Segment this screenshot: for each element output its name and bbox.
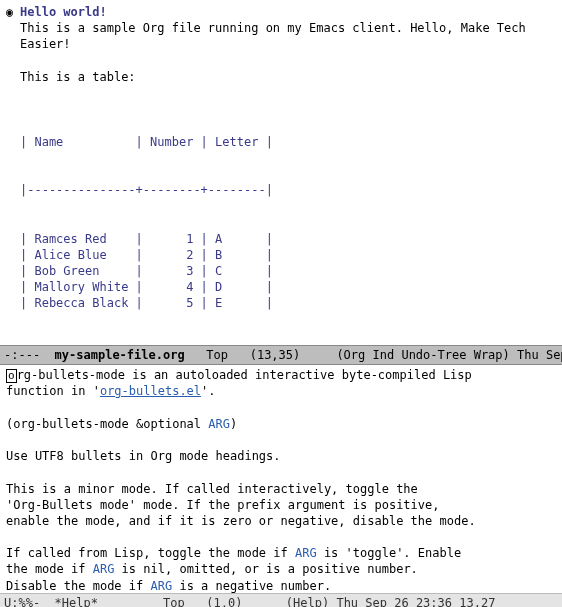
bullet-top-icon: ◉ bbox=[6, 4, 20, 20]
blank-2 bbox=[6, 85, 556, 101]
help-line: function in 'org-bullets.el'. bbox=[6, 383, 556, 399]
arg: ARG bbox=[93, 562, 115, 576]
org-table[interactable]: | Name | Number | Letter | |------------… bbox=[6, 101, 556, 345]
table-separator: |---------------+--------+--------| bbox=[20, 182, 556, 198]
blank bbox=[6, 400, 556, 416]
modeline-position: Top bbox=[163, 596, 185, 607]
table-label: This is a table: bbox=[6, 69, 556, 85]
help-desc: Use UTF8 bullets in Org mode headings. bbox=[6, 448, 556, 464]
help-signature: (org-bullets-mode &optional ARG) bbox=[6, 416, 556, 432]
modeline-position: Top bbox=[206, 348, 228, 362]
modeline-time: Thu Sep 2 bbox=[517, 348, 562, 362]
modeline-active[interactable]: -:--- my-sample-file.org Top (13,35) (Or… bbox=[0, 345, 562, 365]
help-line: 'Org-Bullets mode' mode. If the prefix a… bbox=[6, 497, 556, 513]
buffer-name[interactable]: my-sample-file.org bbox=[55, 348, 185, 362]
modeline-status: U:%%- bbox=[4, 596, 40, 607]
cursor-box-icon: o bbox=[6, 369, 17, 383]
table-row[interactable]: | Rebecca Black | 5 | E | bbox=[20, 295, 556, 311]
modeline-linecol: (1,0) bbox=[206, 596, 242, 607]
arg: ARG bbox=[295, 546, 317, 560]
table-row[interactable]: | Ramces Red | 1 | A | bbox=[20, 231, 556, 247]
help-line: the mode if ARG is nil, omitted, or is a… bbox=[6, 561, 556, 577]
modeline-inactive[interactable]: U:%%- *Help* Top (1,0) (Help) Thu Sep 26… bbox=[0, 593, 562, 607]
help-line: enable the mode, and if it is zero or ne… bbox=[6, 513, 556, 529]
arg: ARG bbox=[151, 579, 173, 593]
help-line: If called from Lisp, toggle the mode if … bbox=[6, 545, 556, 561]
blank bbox=[6, 432, 556, 448]
headline-1-text: Hello world! bbox=[20, 5, 107, 19]
help-line: This is a minor mode. If called interact… bbox=[6, 481, 556, 497]
buffer-name[interactable]: *Help* bbox=[55, 596, 98, 607]
modeline-modes[interactable]: (Help) bbox=[286, 596, 329, 607]
modeline-modes[interactable]: (Org Ind Undo-Tree Wrap) bbox=[336, 348, 509, 362]
table-row[interactable]: | Bob Green | 3 | C | bbox=[20, 263, 556, 279]
help-buffer[interactable]: org-bullets-mode is an autoloaded intera… bbox=[0, 365, 562, 593]
table-row[interactable]: | Alice Blue | 2 | B | bbox=[20, 247, 556, 263]
link-org-bullets-el[interactable]: org-bullets.el bbox=[100, 384, 201, 398]
table-row[interactable]: | Mallory White | 4 | D | bbox=[20, 279, 556, 295]
modeline-linecol: (13,35) bbox=[250, 348, 301, 362]
arg: ARG bbox=[208, 417, 230, 431]
headline-1: ◉Hello world! bbox=[6, 4, 556, 20]
blank-1 bbox=[6, 53, 556, 69]
blank bbox=[6, 529, 556, 545]
blank bbox=[6, 464, 556, 480]
help-line: org-bullets-mode is an autoloaded intera… bbox=[6, 367, 556, 383]
modeline-status: -:--- bbox=[4, 348, 40, 362]
table-header-row: | Name | Number | Letter | bbox=[20, 134, 556, 150]
modeline-time: Thu Sep 26 23:36 13.27 bbox=[336, 596, 495, 607]
help-line: Disable the mode if ARG is a negative nu… bbox=[6, 578, 556, 594]
intro-text: This is a sample Org file running on my … bbox=[6, 20, 556, 52]
org-buffer[interactable]: ◉Hello world! This is a sample Org file … bbox=[0, 0, 562, 345]
